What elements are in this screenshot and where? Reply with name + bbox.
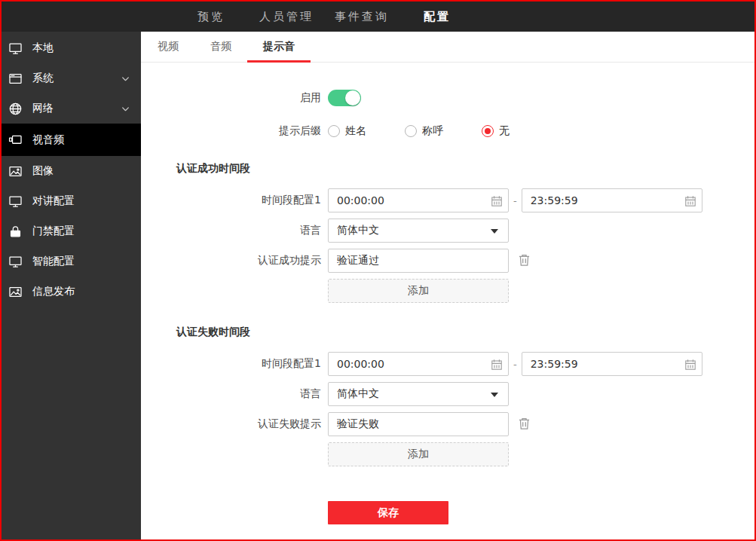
success-end-time-input[interactable] [522, 189, 702, 212]
failure-language-value: 简体中文 [337, 387, 379, 401]
suffix-radio-2[interactable]: 称呼 [405, 124, 443, 138]
sidebar-item-label: 门禁配置 [32, 225, 75, 238]
prompt-suffix-options: 姓名称呼无 [328, 124, 548, 138]
sidebar-item-label: 图像 [32, 164, 54, 178]
image-icon [8, 164, 23, 179]
window-icon [8, 72, 23, 86]
sidebar-item-label: 网络 [32, 102, 54, 115]
trash-icon [518, 253, 531, 269]
radio-label: 姓名 [345, 124, 366, 138]
failure-end-time-field [522, 352, 702, 376]
prompt-suffix-label: 提示后缀 [141, 124, 328, 138]
success-add-button[interactable]: 添加 [328, 279, 509, 303]
radio-icon [328, 125, 340, 137]
failure-end-time-input[interactable] [522, 353, 702, 375]
nav-item-configuration[interactable]: 配置 [399, 10, 475, 24]
failure-delete-button[interactable] [518, 417, 531, 432]
sidebar-item-label: 信息发布 [32, 285, 75, 298]
globe-icon [8, 102, 23, 116]
enable-row: 启用 [141, 90, 754, 106]
failure-start-time-input[interactable] [329, 353, 508, 375]
failure-prompt-input[interactable] [328, 412, 509, 436]
sidebar-item-system[interactable]: 系统 [2, 63, 141, 93]
sidebar-item-label: 对讲配置 [32, 194, 75, 208]
nav-item-person-management[interactable]: 人员管理 [249, 10, 324, 24]
sidebar-item-smart-config[interactable]: 智能配置 [2, 246, 141, 277]
sidebar-item-label: 视音频 [32, 133, 64, 147]
chevron-down-icon [121, 104, 130, 114]
auth-success-section-title: 认证成功时间段 [176, 162, 754, 175]
monitor-icon [8, 255, 23, 269]
failure-prompt-label: 认证失败提示 [141, 417, 328, 431]
success-time-row: 时间段配置1 - [141, 188, 754, 212]
sidebar: 本地系统网络视音频图像对讲配置门禁配置智能配置信息发布 [2, 32, 141, 539]
app-window: 预览人员管理事件查询配置 本地系统网络视音频图像对讲配置门禁配置智能配置信息发布… [0, 0, 756, 541]
toggle-knob [345, 90, 360, 105]
suffix-radio-3[interactable]: 无 [482, 124, 510, 138]
enable-toggle[interactable] [328, 90, 361, 106]
sidebar-item-label: 系统 [32, 72, 54, 85]
tab-bar: 视频音频提示音 [141, 32, 754, 63]
main-pane: 视频音频提示音 启用 提示后缀 姓名称呼无 认证成功时间段 时间段 [141, 32, 754, 539]
save-button[interactable]: 保存 [328, 501, 448, 524]
success-delete-button[interactable] [518, 253, 531, 269]
tab-audio[interactable]: 音频 [194, 32, 247, 62]
success-language-label: 语言 [141, 224, 328, 237]
top-nav-bar: 预览人员管理事件查询配置 [2, 2, 754, 32]
sidebar-item-label: 本地 [32, 41, 54, 55]
nav-item-event-search[interactable]: 事件查询 [324, 10, 399, 24]
nav-item-preview[interactable]: 预览 [173, 10, 249, 24]
dropdown-arrow-icon [491, 229, 498, 234]
failure-time-label: 时间段配置1 [141, 357, 328, 371]
image-icon [8, 285, 23, 299]
failure-prompt-row: 认证失败提示 [141, 412, 754, 436]
chevron-down-icon [121, 74, 130, 84]
sidebar-item-info-release[interactable]: 信息发布 [2, 277, 141, 307]
sidebar-item-access-control-config[interactable]: 门禁配置 [2, 216, 141, 246]
radio-icon [405, 125, 417, 137]
sidebar-item-video-audio[interactable]: 视音频 [2, 124, 141, 156]
success-start-time-field [328, 188, 509, 212]
success-language-value: 简体中文 [337, 224, 379, 237]
tab-video[interactable]: 视频 [142, 32, 194, 62]
av-icon [8, 133, 23, 147]
lock-icon [8, 225, 23, 239]
sidebar-item-network[interactable]: 网络 [2, 93, 141, 124]
success-prompt-label: 认证成功提示 [141, 254, 328, 267]
success-prompt-input[interactable] [328, 249, 509, 273]
failure-language-select[interactable]: 简体中文 [328, 382, 509, 406]
failure-time-row: 时间段配置1 - [141, 352, 754, 376]
failure-add-row: 添加 [141, 442, 754, 466]
failure-add-button[interactable]: 添加 [328, 442, 509, 466]
radio-label: 无 [499, 124, 510, 138]
failure-language-label: 语言 [141, 387, 328, 401]
radio-icon [482, 125, 494, 137]
suffix-radio-1[interactable]: 姓名 [328, 124, 366, 138]
trash-icon [518, 417, 531, 432]
success-time-label: 时间段配置1 [141, 194, 328, 207]
auth-failure-section-title: 认证失败时间段 [176, 326, 754, 338]
success-end-time-field [522, 188, 702, 212]
success-language-select[interactable]: 简体中文 [328, 219, 509, 243]
sidebar-item-intercom-config[interactable]: 对讲配置 [2, 186, 141, 216]
radio-label: 称呼 [422, 124, 443, 138]
failure-language-row: 语言 简体中文 [141, 382, 754, 406]
app-body: 本地系统网络视音频图像对讲配置门禁配置智能配置信息发布 视频音频提示音 启用 提… [2, 32, 754, 539]
calendar-icon[interactable] [491, 359, 503, 371]
prompt-suffix-row: 提示后缀 姓名称呼无 [141, 124, 754, 138]
monitor-icon [8, 41, 23, 56]
calendar-icon[interactable] [491, 195, 503, 207]
calendar-icon[interactable] [684, 359, 696, 371]
sidebar-item-image[interactable]: 图像 [2, 156, 141, 186]
success-prompt-row: 认证成功提示 [141, 249, 754, 273]
calendar-icon[interactable] [684, 195, 696, 207]
time-range-separator: - [513, 195, 517, 206]
success-language-row: 语言 简体中文 [141, 219, 754, 243]
sidebar-item-label: 智能配置 [32, 255, 75, 268]
success-start-time-input[interactable] [329, 189, 508, 212]
sidebar-item-local[interactable]: 本地 [2, 33, 141, 63]
monitor-icon [8, 194, 23, 209]
prompt-sound-form: 启用 提示后缀 姓名称呼无 认证成功时间段 时间段配置1 [141, 63, 754, 524]
tab-prompt-sound[interactable]: 提示音 [247, 32, 311, 62]
enable-label: 启用 [141, 91, 328, 105]
